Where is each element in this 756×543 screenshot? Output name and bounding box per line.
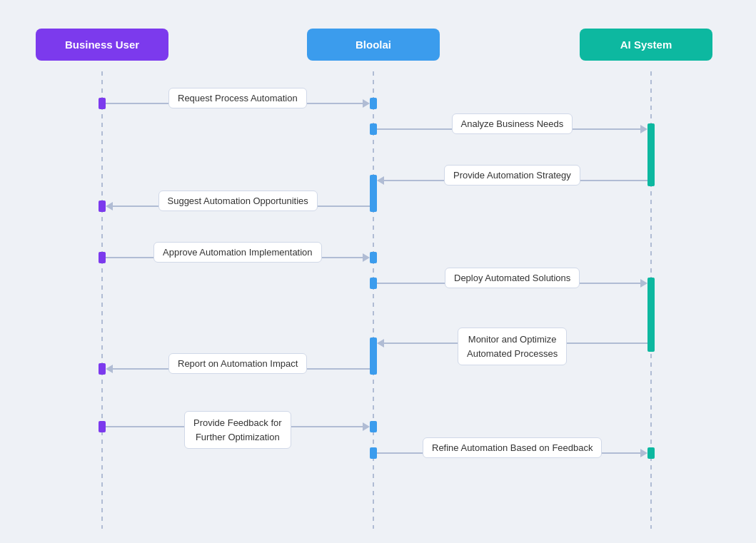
- label-msg4: Suggest Automation Opportunities: [158, 191, 318, 211]
- actor-business-user: Business User: [36, 29, 168, 61]
- actor-ai-system: AI System: [580, 29, 712, 61]
- label-msg5: Approve Automation Implementation: [153, 242, 322, 263]
- activation-bloolai-4: [370, 175, 377, 212]
- label-msg7: Monitor and OptimizeAutomated Processes: [458, 328, 567, 365]
- activation-business-user-5: [99, 201, 106, 212]
- lifeline-bloolai: [373, 71, 374, 529]
- activation-ai-system-9: [647, 278, 655, 352]
- activation-bloolai-1: [370, 98, 377, 109]
- activation-business-user-11: [99, 363, 106, 375]
- actor-bloolai: Bloolai: [307, 29, 440, 61]
- activation-bloolai-13: [370, 421, 377, 432]
- activation-bloolai-7: [370, 252, 377, 263]
- lifeline-business-user: [101, 71, 103, 529]
- activation-business-user-6: [99, 252, 106, 263]
- activation-bloolai-10: [370, 338, 377, 375]
- activation-ai-system-3: [647, 123, 655, 186]
- activation-business-user-12: [99, 421, 106, 432]
- activation-bloolai-14: [370, 447, 377, 459]
- label-msg9: Provide Feedback forFurther Optimization: [184, 411, 291, 449]
- activation-business-user-0: [99, 98, 106, 109]
- activation-ai-system-15: [647, 447, 655, 459]
- label-msg8: Report on Automation Impact: [168, 353, 307, 374]
- label-msg1: Request Process Automation: [168, 88, 307, 108]
- sequence-diagram: Business UserBloolaiAI SystemRequest Pro…: [0, 0, 756, 543]
- label-msg6: Deploy Automated Solutions: [445, 268, 580, 288]
- label-msg10: Refine Automation Based on Feedback: [423, 437, 602, 458]
- label-msg2: Analyze Business Needs: [452, 113, 573, 134]
- activation-bloolai-8: [370, 278, 377, 289]
- label-msg3: Provide Automation Strategy: [444, 165, 580, 186]
- activation-bloolai-2: [370, 123, 377, 135]
